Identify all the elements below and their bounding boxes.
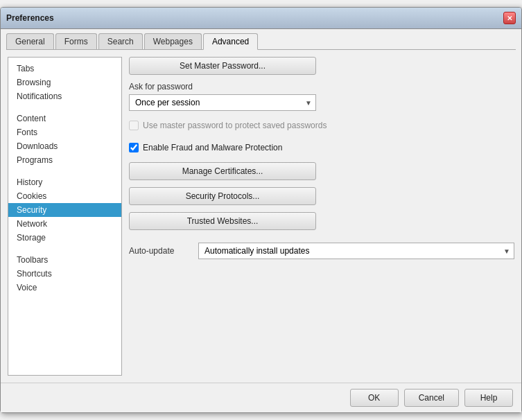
- master-password-section: Set Master Password...: [129, 57, 514, 75]
- security-protocols-section: Security Protocols...: [129, 187, 514, 205]
- sidebar: Tabs Browsing Notifications Content Font…: [8, 57, 122, 376]
- fraud-protection-label: Enable Fraud and Malware Protection: [143, 143, 282, 152]
- set-master-password-button[interactable]: Set Master Password...: [129, 57, 316, 75]
- sidebar-item-security[interactable]: Security: [8, 203, 121, 217]
- cancel-button[interactable]: Cancel: [404, 389, 459, 407]
- sidebar-item-history[interactable]: History: [8, 175, 121, 189]
- sidebar-item-voice[interactable]: Voice: [8, 281, 121, 295]
- sidebar-item-fonts[interactable]: Fonts: [8, 125, 121, 139]
- sidebar-item-tabs[interactable]: Tabs: [8, 62, 121, 76]
- sidebar-item-notifications[interactable]: Notifications: [8, 89, 121, 103]
- sidebar-item-content[interactable]: Content: [8, 112, 121, 125]
- autoupdate-row: Auto-update Automatically install update…: [129, 243, 514, 259]
- sidebar-group-4: Toolbars Shortcuts Voice: [8, 253, 121, 295]
- ask-password-section: Ask for password Once per session Every …: [129, 82, 514, 111]
- password-frequency-select[interactable]: Once per session Every time Never: [129, 94, 316, 111]
- tab-forms[interactable]: Forms: [55, 33, 97, 49]
- tab-search[interactable]: Search: [98, 33, 143, 49]
- manage-certificates-section: Manage Certificates...: [129, 162, 514, 180]
- use-master-password-label: Use master password to protect saved pas…: [143, 121, 327, 130]
- use-master-password-row: Use master password to protect saved pas…: [129, 121, 514, 130]
- sidebar-item-storage[interactable]: Storage: [8, 231, 121, 245]
- footer: OK Cancel Help: [1, 383, 521, 412]
- sidebar-group-1: Tabs Browsing Notifications: [8, 62, 121, 103]
- tabs-row: General Forms Search Webpages Advanced: [1, 29, 521, 49]
- sidebar-item-cookies[interactable]: Cookies: [8, 189, 121, 203]
- autoupdate-select-wrap: Automatically install updates Check but …: [198, 243, 514, 259]
- manage-certificates-button[interactable]: Manage Certificates...: [129, 162, 316, 180]
- content-area: Tabs Browsing Notifications Content Font…: [1, 50, 521, 383]
- window-title: Preferences: [6, 13, 54, 23]
- sidebar-item-programs[interactable]: Programs: [8, 153, 121, 167]
- sidebar-item-shortcuts[interactable]: Shortcuts: [8, 267, 121, 281]
- sidebar-group-3: History Cookies Security Network Storage: [8, 175, 121, 245]
- trusted-websites-button[interactable]: Trusted Websites...: [129, 212, 316, 230]
- sidebar-item-downloads[interactable]: Downloads: [8, 139, 121, 153]
- trusted-websites-section: Trusted Websites...: [129, 212, 514, 230]
- autoupdate-label: Auto-update: [129, 246, 191, 256]
- ask-password-label: Ask for password: [129, 82, 514, 91]
- sidebar-item-browsing[interactable]: Browsing: [8, 76, 121, 89]
- ok-button[interactable]: OK: [350, 389, 399, 407]
- fraud-protection-checkbox[interactable]: [129, 143, 139, 152]
- sidebar-item-toolbars[interactable]: Toolbars: [8, 253, 121, 267]
- titlebar: Preferences ✕: [1, 8, 521, 29]
- sidebar-item-network[interactable]: Network: [8, 217, 121, 231]
- tab-webpages[interactable]: Webpages: [144, 33, 202, 49]
- main-panel: Set Master Password... Ask for password …: [129, 57, 514, 376]
- sidebar-group-2: Content Fonts Downloads Programs: [8, 112, 121, 167]
- close-button[interactable]: ✕: [503, 12, 516, 24]
- help-button[interactable]: Help: [464, 389, 513, 407]
- tab-general[interactable]: General: [6, 33, 54, 49]
- use-master-password-checkbox[interactable]: [129, 121, 139, 130]
- tab-advanced[interactable]: Advanced: [203, 33, 258, 50]
- security-protocols-button[interactable]: Security Protocols...: [129, 187, 316, 205]
- autoupdate-select[interactable]: Automatically install updates Check but …: [198, 243, 514, 259]
- fraud-protection-row: Enable Fraud and Malware Protection: [129, 143, 514, 152]
- preferences-window: Preferences ✕ General Forms Search Webpa…: [0, 7, 522, 413]
- password-frequency-select-wrap: Once per session Every time Never ▼: [129, 94, 316, 111]
